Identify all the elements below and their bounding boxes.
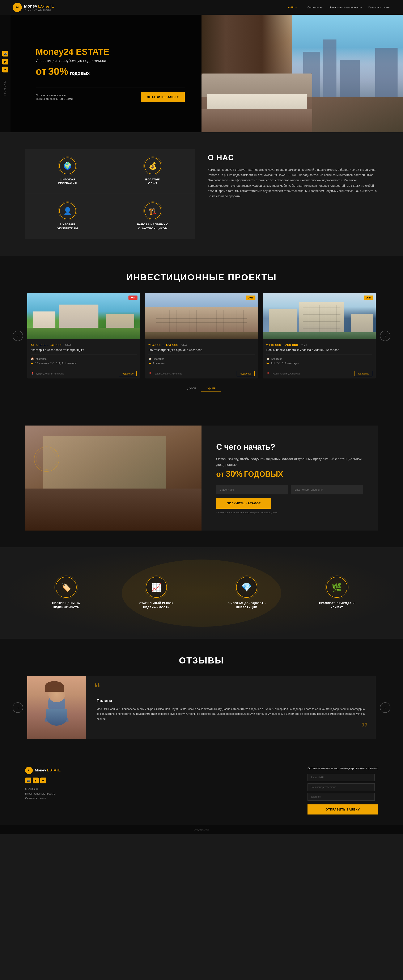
why-label-0: НИЗКИЕ ЦЕНЫ НАНЕДВИЖИМОСТЬ bbox=[52, 601, 80, 609]
logo-estate: ESTATE bbox=[38, 4, 54, 8]
about-text: Компания Money24 стартует партнерство с … bbox=[208, 167, 378, 199]
hero-room-scene bbox=[202, 15, 403, 132]
footer-social: 📷 ▶ ✈ bbox=[25, 778, 61, 783]
project-price-0: €102 900 – 249 900 61м2 bbox=[31, 343, 136, 347]
tab-dubai[interactable]: Дубай bbox=[182, 385, 201, 392]
hero-rate-prefix: от bbox=[36, 66, 47, 77]
project-card-1: 2023 €94 900 – 134 900 54м2 ЖК от застро… bbox=[145, 293, 258, 379]
navbar-right: сall Us О компании Инвестиционные проект… bbox=[288, 6, 390, 9]
hero-rate-suffix: годовых bbox=[70, 70, 90, 76]
project-meta-0: 🏠 Квартира 🛏 1,2 спальни, 2+1, 3+1, 4+1 … bbox=[31, 355, 136, 365]
type-icon-2: 🏠 bbox=[267, 357, 270, 360]
project-meta-2: 🏠 Квартира 🛏 1+1, 2+1, 3+1 пентхаусы bbox=[267, 355, 372, 365]
features-grid: 🌍 ШИРОКАЯГЕОГРАФИЯ 💰 БОГАТЫЙОПЫТ 👤 3 УРО… bbox=[25, 149, 195, 239]
slider-prev[interactable]: ‹ bbox=[13, 331, 23, 341]
cta-name-input[interactable] bbox=[216, 485, 289, 495]
project-badge-0: HOT bbox=[129, 296, 138, 300]
review-content-0: “ Полина Моё имя Полина. Я приобрела вил… bbox=[86, 676, 376, 739]
feature-icon-0: 🌍 bbox=[59, 158, 76, 174]
project-footer-1: 📍 Турция, Алания, Авсаллар подробнее bbox=[145, 369, 258, 379]
why-card-2: 💎 ВЫСОКАЯ ДОХОДНОСТЬИНВЕСТИЦИЙ bbox=[206, 577, 287, 609]
type-icon-1: 🏠 bbox=[148, 357, 152, 360]
footer-telegram[interactable]: ✈ bbox=[40, 778, 46, 783]
social-telegram[interactable]: ✈ bbox=[2, 67, 8, 72]
feature-card-0: 🌍 ШИРОКАЯГЕОГРАФИЯ bbox=[25, 149, 110, 194]
hero-image bbox=[202, 15, 403, 132]
review-text-0: Моё имя Полина. Я приобрела виллу у мира… bbox=[97, 706, 365, 721]
meta-type-1: 🏠 Квартира bbox=[148, 357, 254, 360]
cta-submit-btn[interactable]: ПОЛУЧИТЬ КАТАЛОГ bbox=[216, 498, 271, 509]
feature-label-2: 3 УРОВНЯЭКСПЕРТИЗЫ bbox=[57, 223, 78, 230]
project-badge-2: 2024 bbox=[364, 296, 373, 300]
footer-phone-input[interactable] bbox=[308, 783, 374, 791]
social-instagram[interactable]: 📷 bbox=[2, 51, 8, 57]
quote-close: ” bbox=[362, 720, 367, 737]
cta-circle-2 bbox=[36, 449, 57, 469]
logo-tagline: IN MONEY WE TRUST bbox=[24, 9, 54, 11]
reviews-slider: ‹ “ Полина Моё имя Полина. Я приобрела в… bbox=[13, 676, 390, 739]
footer-instagram[interactable]: 📷 bbox=[25, 778, 31, 783]
project-card-0: HOT €102 900 – 249 900 61м2 Квартиры в А… bbox=[27, 293, 140, 379]
why-inner: 🏷️ НИЗКИЕ ЦЕНЫ НАНЕДВИЖИМОСТЬ 📈 СТАБИЛЬН… bbox=[25, 564, 378, 622]
project-image-2: 2024 bbox=[263, 293, 376, 339]
why-card-0: 🏷️ НИЗКИЕ ЦЕНЫ НАНЕДВИЖИМОСТЬ bbox=[25, 577, 107, 609]
about-title: О НАС bbox=[208, 153, 378, 162]
project-footer-2: 📍 Турция, Алания, Авсаллар подробнее bbox=[263, 369, 376, 379]
cta-image bbox=[25, 426, 202, 531]
project-info-2: €110 000 – 260 000 51м2 Новый проект жил… bbox=[263, 339, 376, 369]
footer-telegram-input[interactable] bbox=[308, 793, 374, 801]
hero-section: 📷 ▶ ✈ MONEY24 Money24 ESTATE Инвестиции … bbox=[0, 15, 403, 132]
review-card-0: “ Полина Моё имя Полина. Я приобрела вил… bbox=[27, 676, 376, 739]
proj-ground-1 bbox=[145, 332, 258, 339]
logo-money: Money bbox=[24, 4, 37, 8]
hero-cta-button[interactable]: ОСТАВИТЬ ЗАЯВКУ bbox=[141, 92, 185, 102]
nav-links: О компании Инвестиционные проекты Связат… bbox=[308, 6, 390, 9]
why-icon-2: 💎 bbox=[236, 577, 257, 598]
footer-submit-btn[interactable]: ОТПРАВИТЬ ЗАЯВКУ bbox=[308, 804, 378, 815]
footer-link-about[interactable]: О компании bbox=[25, 788, 61, 791]
project-scene-2 bbox=[263, 293, 376, 339]
type-icon-0: 🏠 bbox=[31, 357, 34, 360]
meta-rooms-1: 🛏 1 спальня bbox=[148, 362, 254, 365]
about-content: О НАС Компания Money24 стартует партнерс… bbox=[208, 149, 378, 203]
reviews-prev[interactable]: ‹ bbox=[13, 702, 23, 713]
feature-card-1: 💰 БОГАТЫЙОПЫТ bbox=[110, 149, 195, 194]
footer-youtube[interactable]: ▶ bbox=[33, 778, 39, 783]
location-icon-2: 📍 bbox=[267, 372, 270, 375]
footer-name-input[interactable] bbox=[308, 774, 374, 781]
meta-type-0: 🏠 Квартира bbox=[31, 357, 136, 360]
footer-money: Money bbox=[35, 768, 46, 772]
footer-link-investments[interactable]: Инвестиционные проекты bbox=[25, 792, 61, 795]
nav-about[interactable]: О компании bbox=[308, 6, 323, 9]
footer-link-contact[interactable]: Связаться с нами bbox=[25, 797, 61, 800]
logo: 24 Money ESTATE IN MONEY WE TRUST bbox=[13, 3, 54, 12]
project-card-2: 2024 €110 000 – 260 000 51м2 Новый проек… bbox=[263, 293, 376, 379]
reviews-next[interactable]: › bbox=[380, 702, 390, 713]
project-name-0: Квартиры в Авсалларе от застройщика bbox=[31, 348, 136, 352]
detail-btn-2[interactable]: подробнее bbox=[354, 371, 372, 376]
nav-cta-link[interactable]: сall Us bbox=[288, 6, 297, 9]
social-sidebar: 📷 ▶ ✈ MONEY24 bbox=[0, 15, 11, 132]
detail-btn-0[interactable]: подробнее bbox=[119, 371, 136, 376]
social-youtube[interactable]: ▶ bbox=[2, 59, 8, 64]
cta-room-bg bbox=[25, 426, 202, 531]
cta-title: С чего начать? bbox=[216, 442, 363, 452]
why-section: 🏷️ НИЗКИЕ ЦЕНЫ НАНЕДВИЖИМОСТЬ 📈 СТАБИЛЬН… bbox=[0, 547, 403, 639]
detail-btn-1[interactable]: подробнее bbox=[237, 371, 255, 376]
cta-phone-input[interactable] bbox=[291, 485, 363, 495]
room-bed bbox=[202, 73, 313, 132]
cta-note: * На котором есть мессенджер Telegram, W… bbox=[216, 511, 363, 514]
logo-badge: 24 bbox=[13, 3, 22, 12]
hero-rate-value: 30% bbox=[48, 66, 68, 77]
nav-contact[interactable]: Связаться с нами bbox=[368, 6, 390, 9]
tab-turkey[interactable]: Турция bbox=[201, 385, 221, 392]
location-icon-1: 📍 bbox=[148, 372, 152, 375]
logo-badge-text: 24 bbox=[16, 6, 19, 9]
feature-label-3: РАБОТА НАПРЯМУЮС ЗАСТРОЙЩИКОМ bbox=[137, 223, 168, 230]
project-badge-1: 2023 bbox=[246, 296, 255, 300]
slider-next[interactable]: › bbox=[380, 331, 390, 341]
project-image-1: 2023 bbox=[145, 293, 258, 339]
nav-investments[interactable]: Инвестиционные проекты bbox=[329, 6, 362, 9]
projects-slider: ‹ HOT €102 900 – 249 900 bbox=[13, 293, 390, 379]
project-location-0: 📍 Турция, Алания, Авсаллар bbox=[31, 372, 64, 375]
